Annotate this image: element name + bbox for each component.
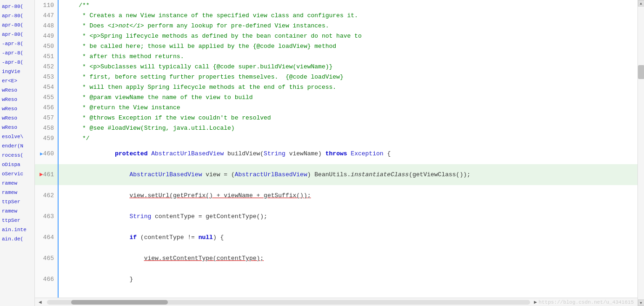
table-row: 458 * @see #loadView(String, java.util.L… <box>35 123 637 133</box>
line-content: * Creates a new View instance of the spe… <box>58 10 637 20</box>
sidebar-item[interactable]: apr-80( <box>0 20 34 30</box>
line-number: ▶460 <box>35 143 58 164</box>
sidebar-item[interactable]: er<E> <box>0 76 34 86</box>
sidebar-item[interactable]: ender(N <box>0 141 34 151</box>
table-row: 450 * be called here; those will be appl… <box>35 41 637 51</box>
line-number: 458 <box>35 123 58 133</box>
sidebar-item[interactable]: rocess( <box>0 151 34 160</box>
code-table: 110 /** 447 * Creates a new View instanc… <box>35 0 637 298</box>
line-number: 464 <box>35 227 58 248</box>
table-row: 110 /** <box>35 0 637 10</box>
line-number: 463 <box>35 206 58 227</box>
line-content: * after this method returns. <box>58 51 637 61</box>
table-row: 449 * <p>Spring lifecycle methods as def… <box>35 31 637 41</box>
line-number: 462 <box>35 185 58 206</box>
line-content: view.setRequestContextAttribute(getReque… <box>58 290 637 298</box>
line-content: * @throws Exception if the view couldn't… <box>58 113 637 123</box>
table-row: 454 * will then apply Spring lifecycle m… <box>35 82 637 92</box>
table-row: 462 view.setUrl(getPrefix() + viewName +… <box>35 185 637 206</box>
sidebar-item[interactable]: -apr-8( <box>0 39 34 48</box>
table-row: 451 * after this method returns. <box>35 51 637 61</box>
code-editor: 110 /** 447 * Creates a new View instanc… <box>35 0 637 306</box>
scrollbar-track-v[interactable] <box>638 7 644 299</box>
debug-arrow: ► <box>40 171 43 178</box>
line-number: 456 <box>35 102 58 113</box>
line-number: 467 <box>35 290 58 298</box>
code-scroll-area[interactable]: 110 /** 447 * Creates a new View instanc… <box>35 0 637 298</box>
horizontal-scrollbar[interactable]: ◀ ▶ https://blog.csdn.net/u_4341615 <box>35 298 637 306</box>
sidebar-item[interactable]: wReso <box>0 95 34 104</box>
line-content: * will then apply Spring lifecycle metho… <box>58 82 637 92</box>
table-row: 464 if (contentType != null) { <box>35 227 637 248</box>
line-content: * be called here; those will be applied … <box>58 41 637 51</box>
sidebar-item[interactable]: apr-80( <box>0 30 34 39</box>
vertical-scrollbar[interactable]: ▲ ▼ <box>637 0 644 306</box>
file-sidebar: apr-80( apr-80( apr-80( apr-80( -apr-8( … <box>0 0 35 306</box>
sidebar-item[interactable]: wReso <box>0 86 34 95</box>
line-number: 457 <box>35 113 58 123</box>
line-number: 454 <box>35 82 58 92</box>
line-content: * <p>Subclasses will typically call {@co… <box>58 61 637 72</box>
table-row: 465 view.setContentType(contentType); <box>35 248 637 269</box>
line-content: protected AbstractUrlBasedView buildView… <box>58 143 637 164</box>
line-number: 449 <box>35 31 58 41</box>
sidebar-item[interactable]: ramew <box>0 206 34 216</box>
line-content: */ <box>58 133 637 143</box>
line-number: 110 <box>35 0 58 10</box>
sidebar-item[interactable]: ingVie <box>0 67 34 76</box>
sidebar-item[interactable]: -apr-8( <box>0 48 34 58</box>
sidebar-item[interactable]: wReso <box>0 104 34 113</box>
table-row: 447 * Creates a new View instance of the… <box>35 10 637 20</box>
sidebar-item[interactable]: ttpSer <box>0 216 34 225</box>
sidebar-item[interactable]: apr-80( <box>0 2 34 11</box>
table-row: 455 * @param viewName the name of the vi… <box>35 92 637 102</box>
table-row: 457 * @throws Exception if the view coul… <box>35 113 637 123</box>
scrollbar-track-h[interactable] <box>47 300 530 305</box>
table-row: 448 * Does <i>not</i> perform any lookup… <box>35 20 637 31</box>
line-number: 450 <box>35 41 58 51</box>
line-number: 451 <box>35 51 58 61</box>
arrow-marker: ▶ <box>40 151 43 157</box>
table-row: ►461 AbstractUrlBasedView view = (Abstra… <box>35 164 637 185</box>
line-number: 459 <box>35 133 58 143</box>
table-row: 467 view.setRequestContextAttribute(getR… <box>35 290 637 298</box>
sidebar-item[interactable]: ttpSer <box>0 197 34 206</box>
line-content: view.setUrl(getPrefix() + viewName + get… <box>58 185 637 206</box>
sidebar-item[interactable]: esolve\ <box>0 132 34 141</box>
sidebar-item[interactable]: ramew <box>0 188 34 197</box>
scroll-down-button[interactable]: ▼ <box>638 299 644 306</box>
sidebar-item[interactable]: wReso <box>0 123 34 132</box>
sidebar-item[interactable]: ain.inte <box>0 225 34 234</box>
watermark-text: https://blog.csdn.net/u_4341615 <box>538 299 634 305</box>
line-content: } <box>58 269 637 290</box>
line-content: /** <box>58 0 637 10</box>
main-window: apr-80( apr-80( apr-80( apr-80( -apr-8( … <box>0 0 644 306</box>
scroll-left-btn[interactable]: ◀ <box>39 299 43 305</box>
line-number: 455 <box>35 92 58 102</box>
sidebar-item[interactable]: apr-80( <box>0 11 34 20</box>
line-content: if (contentType != null) { <box>58 227 637 248</box>
line-number: 448 <box>35 20 58 31</box>
sidebar-item[interactable]: oServic <box>0 169 34 179</box>
line-content: * <p>Spring lifecycle methods as defined… <box>58 31 637 41</box>
table-row: 463 String contentType = getContentType(… <box>35 206 637 227</box>
sidebar-item[interactable]: wReso <box>0 113 34 123</box>
line-number: 447 <box>35 10 58 20</box>
scroll-right-btn[interactable]: ▶ <box>534 299 538 305</box>
sidebar-item[interactable]: oDispa <box>0 160 34 169</box>
sidebar-item[interactable]: ain.de( <box>0 234 34 244</box>
sidebar-item[interactable]: ramew <box>0 179 34 188</box>
line-number: 453 <box>35 72 58 82</box>
table-row: 466 } <box>35 269 637 290</box>
line-content: view.setContentType(contentType); <box>58 248 637 269</box>
scrollbar-thumb-h[interactable] <box>71 300 168 305</box>
sidebar-item[interactable]: -apr-8( <box>0 58 34 67</box>
table-row: 459 */ <box>35 133 637 143</box>
scroll-up-button[interactable]: ▲ <box>638 0 644 7</box>
scrollbar-thumb-v[interactable] <box>638 65 644 79</box>
line-content: * Does <i>not</i> perform any lookup for… <box>58 20 637 31</box>
line-content: * @see #loadView(String, java.util.Local… <box>58 123 637 133</box>
line-number: 466 <box>35 269 58 290</box>
line-content: AbstractUrlBasedView view = (AbstractUrl… <box>58 164 637 185</box>
line-content: String contentType = getContentType(); <box>58 206 637 227</box>
